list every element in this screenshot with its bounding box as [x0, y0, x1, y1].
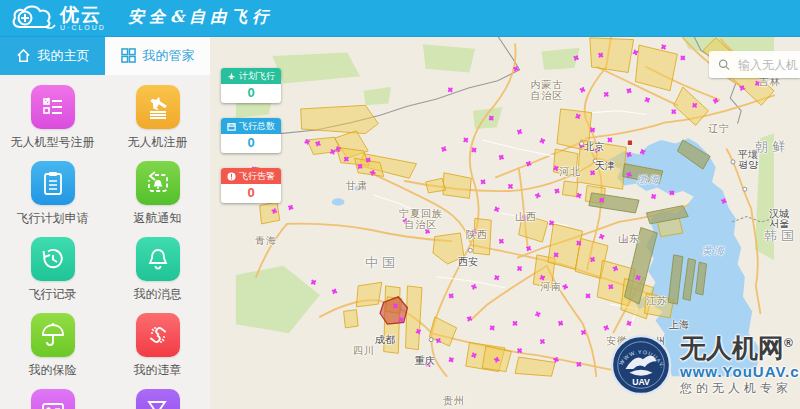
bell-icon [145, 246, 171, 272]
app-flight-records[interactable]: 飞行记录 [0, 237, 105, 313]
map-label: 平壤 [738, 148, 758, 162]
app-label: 飞行计划申请 [0, 210, 105, 227]
search-input[interactable] [736, 57, 800, 73]
map-label: 朝鲜 [755, 138, 789, 156]
map-label: 四川 [353, 344, 375, 358]
map-label: 上海 [669, 318, 689, 332]
alert-icon [227, 172, 236, 181]
stat-total-flights[interactable]: 飞行总数 0 [221, 118, 281, 153]
map-label: 山东 [618, 232, 640, 246]
brand-name: 优云 [60, 5, 106, 24]
search-icon [718, 58, 730, 71]
map-label: 西安 [458, 255, 478, 269]
checklist-icon [40, 94, 66, 120]
watermark-url: www.YouUAV.com [680, 364, 800, 380]
app-my-violations[interactable]: 我的违章 [105, 313, 210, 389]
app-return-notice[interactable]: 返航通知 [105, 161, 210, 237]
map-label: 中国 [365, 254, 399, 272]
calendar-icon [227, 122, 236, 131]
app-label: 返航通知 [105, 210, 210, 227]
app-label: 我的消息 [105, 286, 210, 303]
stat-label: 飞行总数 [239, 120, 275, 133]
stat-label: 飞行告警 [239, 170, 275, 183]
broken-link-icon [145, 322, 171, 348]
app-my-insurance[interactable]: 我的保险 [0, 313, 105, 389]
plane-icon [145, 94, 171, 120]
map-label: 宁夏回族 [399, 207, 443, 221]
sidebar-app-grid: 无人机型号注册 无人机注册 飞行计划申请 返航通知 [0, 75, 210, 409]
map-label: 평양 [738, 158, 758, 172]
tab-my-manager[interactable]: 我的管家 [105, 36, 210, 75]
map-label: 自治区 [531, 89, 564, 103]
umbrella-icon [40, 322, 66, 348]
map-label: 河北 [559, 165, 581, 179]
map-label: 汉城 [769, 207, 789, 221]
youuav-logo: WWW.YOUUAV.COM UAV [610, 334, 672, 396]
app-filter[interactable] [105, 389, 210, 409]
header-slogan: 安全&自由飞行 [128, 7, 273, 28]
map-label: 陕西 [466, 228, 488, 242]
sidebar-tabs: 我的主页 我的管家 [0, 36, 210, 75]
brand-logo: 优云 U·CLOUD [10, 3, 106, 33]
stat-planned-flights[interactable]: 计划飞行 0 [221, 68, 281, 103]
plane-icon [227, 72, 236, 81]
map-label: 天津 [595, 159, 615, 173]
return-bell-icon [145, 170, 171, 196]
svg-text:UAV: UAV [632, 377, 650, 387]
id-card-icon [40, 398, 66, 409]
map-label: 自治区 [405, 218, 438, 232]
grid-icon [121, 48, 136, 63]
map-label: 成都 [375, 333, 395, 347]
youuav-watermark: WWW.YOUUAV.COM UAV 无人机网® www.YouUAV.com … [610, 334, 800, 396]
app-header: 优云 U·CLOUD 安全&自由飞行 [0, 0, 800, 37]
map-label: 韩国 [764, 227, 798, 245]
app-label: 飞行记录 [0, 286, 105, 303]
cloud-logo-icon [10, 3, 56, 33]
app-label: 无人机注册 [105, 134, 210, 151]
map-label: 北京 [584, 140, 604, 154]
watermark-title: 无人机网® [680, 335, 800, 362]
history-icon [40, 246, 66, 272]
stat-value: 0 [221, 84, 281, 103]
app-flight-plan-apply[interactable]: 飞行计划申请 [0, 161, 105, 237]
registered-mark: ® [784, 337, 793, 351]
map-label: 重庆 [415, 354, 435, 368]
map-label: 贵州 [443, 394, 465, 408]
map-label: 渤海 [637, 173, 661, 187]
stat-label: 计划飞行 [239, 70, 275, 83]
app-label: 无人机型号注册 [0, 134, 105, 151]
brand-subname: U·CLOUD [60, 24, 106, 31]
stat-value: 0 [221, 134, 281, 153]
uav-search-box[interactable] [709, 51, 800, 78]
stat-value: 0 [221, 184, 281, 203]
app-uav-register[interactable]: 无人机注册 [105, 85, 210, 161]
map-label: 辽宁 [708, 122, 730, 136]
app-my-messages[interactable]: 我的消息 [105, 237, 210, 313]
stat-flight-alerts[interactable]: 飞行告警 0 [221, 168, 281, 203]
map-label: 内蒙古 [531, 78, 564, 92]
app-label: 我的保险 [0, 362, 105, 379]
sidebar: 我的主页 我的管家 无人机型号注册 [0, 36, 210, 409]
app-my-profile[interactable] [0, 389, 105, 409]
funnel-icon [145, 398, 171, 409]
watermark-tagline: 您的无人机专家 [680, 382, 800, 395]
app-uav-model-register[interactable]: 无人机型号注册 [0, 85, 105, 161]
tab-label: 我的管家 [143, 47, 195, 65]
map-label: 黄海 [702, 244, 726, 258]
clipboard-icon [40, 170, 66, 196]
tab-my-home[interactable]: 我的主页 [0, 36, 105, 75]
map-label: 서울 [769, 217, 789, 231]
map-container[interactable]: 中国朝鲜韩国内蒙古自治区宁夏回族自治区吉林辽宁河北北京天津山西山东陕西西安河南甘… [210, 36, 800, 409]
home-icon [16, 48, 31, 63]
map-label: 甘肃 [346, 179, 368, 193]
tab-label: 我的主页 [38, 47, 90, 65]
flight-stats-panel: 计划飞行 0 飞行总数 0 飞行告警 0 [221, 68, 281, 218]
map-label: 河南 [540, 280, 562, 294]
map-label: 青海 [255, 234, 277, 248]
app-label: 我的违章 [105, 362, 210, 379]
map-label: 江苏 [646, 294, 668, 308]
map-label: 山西 [515, 210, 537, 224]
